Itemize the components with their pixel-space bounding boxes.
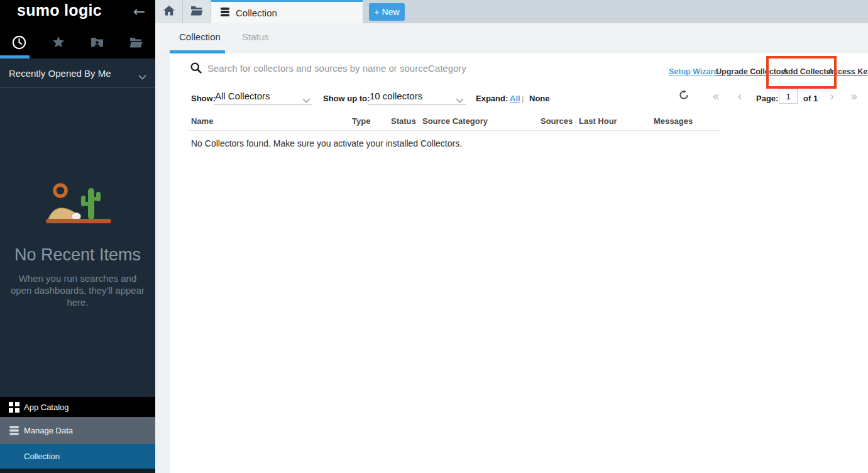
database-icon <box>9 425 19 436</box>
pagination-prev-button[interactable]: ‹ <box>737 89 742 103</box>
sidebar-nav-icons <box>0 31 155 53</box>
library-folder-icon[interactable] <box>116 31 155 53</box>
no-recent-items-title: No Recent Items <box>0 245 155 265</box>
tab-status[interactable]: Status <box>242 31 269 42</box>
search-icon <box>190 62 202 76</box>
add-collector-link[interactable]: Add Collector <box>783 67 834 76</box>
open-folder-icon <box>190 6 203 18</box>
sidebar-item-label: Collection <box>24 452 60 461</box>
refresh-icon[interactable] <box>679 90 689 103</box>
favorites-star-icon[interactable] <box>39 31 78 53</box>
column-header-status: Status <box>391 116 416 126</box>
column-header-messages: Messages <box>654 116 693 126</box>
sidebar-empty-state: No Recent Items When you run searches an… <box>0 181 155 308</box>
sidebar-item-collection[interactable]: Collection <box>0 444 155 469</box>
show-filter-value: All Collectors <box>215 91 270 101</box>
expand-separator: | <box>522 94 524 103</box>
setup-wizard-link[interactable]: Setup Wizard <box>669 67 718 76</box>
page-label: Page: <box>756 94 778 103</box>
show-up-to-label: Show up to: <box>323 94 370 103</box>
library-button[interactable] <box>183 0 211 23</box>
tab-collection[interactable]: Collection <box>179 31 221 42</box>
grid-icon <box>9 402 19 413</box>
chevron-down-icon <box>302 94 310 105</box>
pagination-last-button[interactable]: » <box>850 89 858 103</box>
recently-opened-dropdown[interactable]: Recently Opened By Me <box>0 58 155 88</box>
search-input[interactable] <box>207 60 597 76</box>
collection-subtabs: Collection Status <box>155 23 868 53</box>
personal-folder-icon[interactable] <box>78 31 117 53</box>
expand-none-link[interactable]: None <box>529 94 550 103</box>
show-up-to-value: 10 collectors <box>370 91 422 101</box>
sumo-logic-logo: sumo logic <box>17 1 102 19</box>
database-icon <box>220 7 230 19</box>
table-header-divider <box>189 130 720 131</box>
new-button[interactable]: + New <box>369 3 405 21</box>
expand-label: Expand: <box>476 94 508 103</box>
sidebar-item-label: App Catalog <box>24 403 69 412</box>
document-tab-label: Collection <box>236 8 277 18</box>
no-collectors-message: No Collectors found. Make sure you activ… <box>191 138 462 148</box>
no-recent-items-description: When you run searches and open dashboard… <box>8 272 148 308</box>
pagination-next-button[interactable]: › <box>830 89 835 103</box>
top-tab-strip: Collection + New <box>155 0 868 23</box>
expand-all-link[interactable]: All <box>510 94 520 103</box>
show-up-to-select[interactable]: 10 collectors <box>368 88 466 105</box>
chevron-down-icon <box>456 94 464 105</box>
collapse-sidebar-button[interactable]: ← <box>133 3 145 19</box>
desert-cactus-illustration <box>40 181 116 230</box>
column-header-type: Type <box>352 116 370 126</box>
column-header-last-hour: Last Hour <box>579 116 617 126</box>
page-number-input[interactable] <box>779 89 798 104</box>
sidebar-item-app-catalog[interactable]: App Catalog <box>0 397 155 417</box>
pagination-first-button[interactable]: « <box>712 89 720 103</box>
upgrade-collectors-link[interactable]: Upgrade Collectors <box>716 67 788 76</box>
left-sidebar: sumo logic ← Recently Opened By Me <box>0 0 155 473</box>
new-button-label: + New <box>374 7 399 17</box>
recently-opened-label: Recently Opened By Me <box>9 58 111 88</box>
chevron-down-icon <box>138 71 146 82</box>
column-header-source-category: Source Category <box>422 116 488 126</box>
home-button[interactable] <box>155 0 183 23</box>
sidebar-item-manage-data[interactable]: Manage Data <box>0 417 155 444</box>
column-header-name: Name <box>191 116 213 126</box>
collection-content-panel: Setup Wizard Upgrade Collectors Add Coll… <box>170 53 868 473</box>
sidebar-header: sumo logic ← <box>0 0 155 58</box>
collection-document-tab[interactable]: Collection <box>211 0 363 23</box>
recent-clock-icon[interactable] <box>0 31 39 53</box>
home-icon <box>163 6 175 18</box>
sidebar-item-label: Manage Data <box>24 426 73 435</box>
access-keys-link[interactable]: Access Keys <box>828 67 868 76</box>
column-header-sources: Sources <box>541 116 573 126</box>
show-filter-label: Show: <box>191 94 216 103</box>
page-of-label: of 1 <box>803 94 818 103</box>
show-filter-select[interactable]: All Collectors <box>214 88 312 105</box>
sidebar-bottom-strip <box>0 469 155 473</box>
